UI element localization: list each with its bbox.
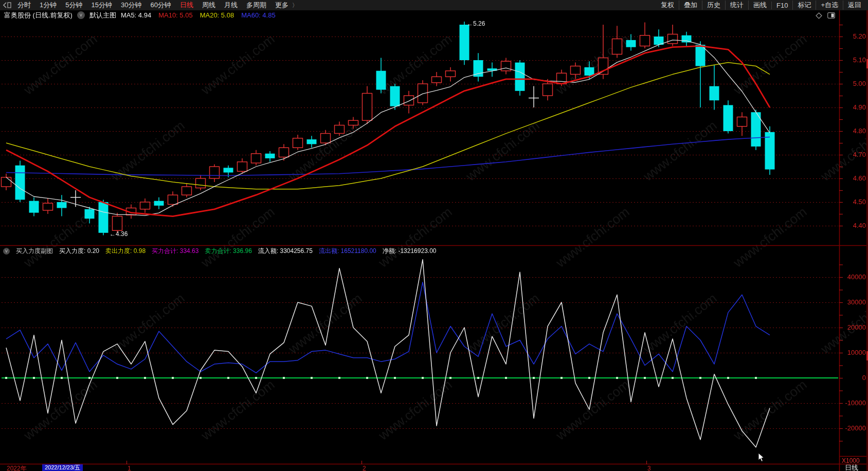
tab-period-7[interactable]: 日线 bbox=[180, 1, 193, 10]
action-buttons: 复权叠加历史统计画线F10标记+自选返回 bbox=[656, 1, 868, 10]
action-button-4[interactable]: 统计 bbox=[725, 1, 748, 10]
mouse-cursor-icon bbox=[758, 452, 765, 462]
action-button-1[interactable]: 复权 bbox=[656, 1, 679, 10]
chart-canvas[interactable] bbox=[0, 0, 868, 471]
action-button-8[interactable]: +自选 bbox=[816, 1, 843, 10]
price-axis-label: 5.10 bbox=[841, 56, 866, 64]
month-tick-label: 3 bbox=[647, 465, 651, 471]
ma-value-label: MA5: 4.94 bbox=[121, 11, 151, 19]
indicator-segment: 卖力合计: 336.96 bbox=[205, 247, 251, 256]
tab-period-5[interactable]: 30分钟 bbox=[121, 1, 141, 10]
price-axis-label: 4.60 bbox=[841, 174, 866, 182]
price-axis-label: 5.00 bbox=[841, 80, 866, 87]
stock-info-bar: 富奥股份 (日线.前复权) ˅ 默认主图 MA5: 4.94MA10: 5.05… bbox=[0, 10, 837, 20]
current-period-label: 日线 bbox=[845, 463, 858, 471]
action-button-7[interactable]: 标记 bbox=[792, 1, 816, 10]
subchart-axis-label: 30000 bbox=[841, 298, 866, 306]
chart-corner-icons bbox=[816, 12, 835, 19]
diamond-icon[interactable] bbox=[816, 12, 822, 19]
period-menu: 分时1分钟5分钟15分钟30分钟60分钟日线周线月线多周期更多〉 bbox=[13, 1, 298, 10]
price-axis-label: 4.40 bbox=[841, 222, 866, 229]
indicator-segment: 买力合计: 334.63 bbox=[152, 247, 198, 256]
subchart-axis-label: -20000 bbox=[841, 424, 866, 432]
ma-value-label: MA60: 4.85 bbox=[241, 11, 276, 19]
period-toolbar: 分时1分钟5分钟15分钟30分钟60分钟日线周线月线多周期更多〉 复权叠加历史统… bbox=[0, 0, 868, 10]
indicator-segment: 净额: -13216923.00 bbox=[383, 247, 437, 256]
tab-period-6[interactable]: 60分钟 bbox=[150, 1, 171, 10]
price-axis-label: 4.50 bbox=[841, 198, 866, 206]
price-annotation: ←4.36 bbox=[110, 230, 128, 238]
action-button-5[interactable]: 画线 bbox=[748, 1, 771, 10]
indicator-segment: 流入额: 3304256.75 bbox=[258, 247, 313, 256]
indicator-segment: 买入力度: 0.20 bbox=[59, 247, 99, 256]
year-label: 2022年 bbox=[7, 464, 27, 471]
subchart-axis-label: 20000 bbox=[841, 323, 866, 331]
more-chevron-icon: 〉 bbox=[292, 2, 298, 9]
price-axis-label: 5.20 bbox=[841, 32, 866, 40]
tab-period-8[interactable]: 周线 bbox=[202, 1, 215, 10]
stock-app-window: 分时1分钟5分钟15分钟30分钟60分钟日线周线月线多周期更多〉 复权叠加历史统… bbox=[0, 0, 868, 471]
price-axis-label: 4.90 bbox=[841, 103, 866, 111]
stock-title[interactable]: 富奥股份 (日线.前复权) bbox=[4, 11, 73, 20]
split-window-icon[interactable] bbox=[827, 12, 835, 19]
price-axis-label: 4.80 bbox=[841, 127, 866, 135]
indicator-segment: 流出额: 16521180.00 bbox=[319, 247, 376, 256]
action-button-2[interactable]: 叠加 bbox=[679, 1, 702, 10]
month-tick-label: 2 bbox=[363, 465, 366, 471]
subchart-axis-label: -10000 bbox=[841, 399, 866, 407]
action-button-3[interactable]: 历史 bbox=[702, 1, 725, 10]
panel-toggle-icon[interactable] bbox=[3, 2, 11, 8]
action-button-9[interactable]: 返回 bbox=[843, 1, 866, 10]
subchart-axis-label: 10000 bbox=[841, 349, 866, 356]
tab-period-10[interactable]: 多周期 bbox=[246, 1, 266, 10]
chevron-down-icon[interactable]: ˅ bbox=[77, 11, 85, 19]
action-button-6[interactable]: F10 bbox=[771, 2, 792, 9]
subchart-axis-label: 40000 bbox=[841, 273, 866, 281]
ma-value-label: MA10: 5.05 bbox=[158, 11, 193, 19]
ma-value-label: MA20: 5.08 bbox=[200, 11, 234, 19]
ma-values: MA5: 4.94MA10: 5.05MA20: 5.08MA60: 4.85 bbox=[121, 11, 276, 19]
indicator-header: ˅ 买入力度副图买入力度: 0.20卖出力度: 0.98买力合计: 334.63… bbox=[0, 246, 836, 256]
indicator-segment: 卖出力度: 0.98 bbox=[105, 247, 146, 256]
indicator-collapse-icon[interactable]: ˅ bbox=[3, 248, 10, 255]
layout-label[interactable]: 默认主图 bbox=[89, 11, 116, 20]
tab-period-4[interactable]: 15分钟 bbox=[91, 1, 112, 10]
subchart-axis-label: 0 bbox=[841, 374, 866, 382]
tab-period-3[interactable]: 5分钟 bbox=[65, 1, 82, 10]
tab-period-9[interactable]: 月线 bbox=[224, 1, 238, 10]
selected-date-box: 2022/12/23/五 bbox=[42, 464, 83, 471]
tab-period-1[interactable]: 分时 bbox=[17, 1, 31, 10]
price-annotation: ←5.26 bbox=[467, 20, 485, 27]
tab-period-2[interactable]: 1分钟 bbox=[40, 1, 57, 10]
indicator-values: 买入力度副图买入力度: 0.20卖出力度: 0.98买力合计: 334.63卖力… bbox=[16, 247, 437, 256]
indicator-segment: 买入力度副图 bbox=[16, 247, 53, 256]
tab-period-11[interactable]: 更多 bbox=[275, 1, 288, 10]
price-axis-label: 4.70 bbox=[841, 151, 866, 158]
month-tick-label: 1 bbox=[128, 465, 131, 471]
